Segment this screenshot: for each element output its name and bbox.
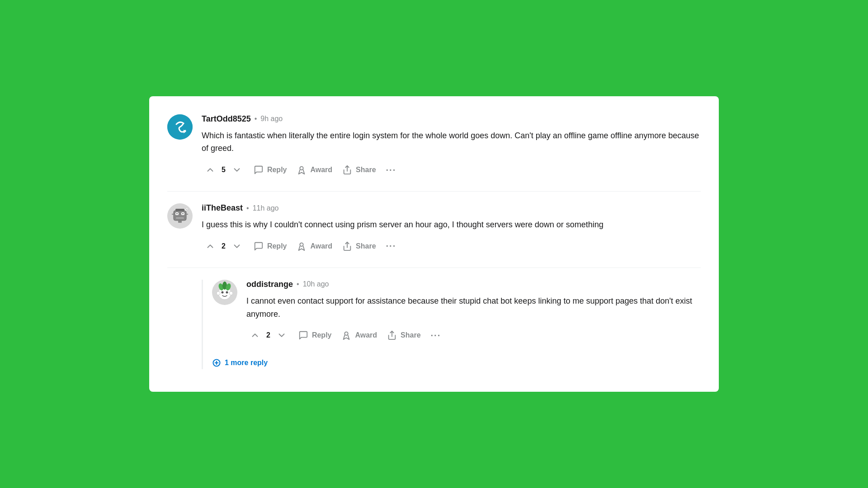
award-button[interactable]: Award [293,239,336,254]
comment-actions: 2 Reply [246,328,701,343]
vote-group: 2 [246,328,290,343]
award-button[interactable]: Award [293,162,336,178]
share-icon [342,165,352,175]
svg-point-22 [226,291,228,293]
comment-time: 10h ago [303,280,329,288]
downvote-icon [232,241,242,251]
vote-group: 5 [202,162,245,178]
svg-point-2 [300,167,303,170]
svg-point-21 [222,291,224,293]
comment-meta: TartOdd8525 • 9h ago [202,114,701,124]
svg-rect-5 [174,211,186,221]
reply-button[interactable]: Reply [295,328,335,343]
reply-icon [254,165,264,175]
share-button[interactable]: Share [383,328,424,343]
more-options-button[interactable]: ··· [382,163,400,177]
svg-point-26 [217,291,220,295]
comment-username: TartOdd8525 [202,114,251,124]
downvote-icon [232,165,242,175]
avatar [167,114,193,140]
share-icon [342,241,352,251]
comment-actions: 2 Reply [202,239,701,254]
comment-time: 9h ago [260,115,283,123]
svg-rect-9 [182,213,184,214]
reply-button[interactable]: Reply [250,239,291,254]
award-button[interactable]: Award [338,328,381,343]
comment-meta: oddistrange • 10h ago [246,280,701,289]
comment-username: iiTheBeast [202,203,243,213]
comment-item: iiTheBeast • 11h ago I guess this is why… [167,203,701,254]
more-replies-button[interactable]: 1 more reply [212,357,268,369]
upvote-icon [205,165,215,175]
award-icon [297,241,307,251]
comment-item: oddistrange • 10h ago I cannot even cont… [212,280,701,343]
comment-text: I guess this is why I couldn't connect u… [202,218,701,231]
svg-rect-11 [178,221,182,223]
downvote-button[interactable] [273,328,290,343]
reply-icon [298,330,308,340]
downvote-button[interactable] [228,162,245,178]
avatar [212,280,237,305]
comment-time: 11h ago [253,204,279,212]
comments-card: TartOdd8525 • 9h ago Which is fantastic … [149,96,719,392]
more-options-button[interactable]: ··· [382,239,400,253]
comment-text: I cannot even contact support for assist… [246,295,701,321]
nested-comment-container: oddistrange • 10h ago I cannot even cont… [202,280,701,370]
share-button[interactable]: Share [339,162,379,178]
svg-point-28 [345,332,348,335]
reply-icon [254,241,264,251]
comment-meta: iiTheBeast • 11h ago [202,203,701,213]
upvote-icon [205,241,215,251]
share-icon [387,330,397,340]
reply-button[interactable]: Reply [250,162,291,178]
award-icon [341,330,351,340]
comment-actions: 5 Reply [202,162,701,178]
separator [167,267,701,268]
comment-item: TartOdd8525 • 9h ago Which is fantastic … [167,114,701,178]
avatar [167,203,193,229]
comment-body: TartOdd8525 • 9h ago Which is fantastic … [202,114,701,178]
award-icon [297,165,307,175]
upvote-icon [250,330,260,340]
upvote-button[interactable] [246,328,264,343]
vote-count: 5 [222,166,226,174]
vote-count: 2 [266,331,270,339]
comment-username: oddistrange [246,280,293,289]
separator [167,191,701,192]
svg-rect-8 [176,213,178,214]
upvote-button[interactable] [202,239,219,254]
vote-group: 2 [202,239,245,254]
plus-circle-icon [212,358,221,367]
comment-body: iiTheBeast • 11h ago I guess this is why… [202,203,701,254]
share-button[interactable]: Share [339,239,379,254]
svg-point-17 [300,243,303,246]
downvote-button[interactable] [228,239,245,254]
comment-body: oddistrange • 10h ago I cannot even cont… [246,280,701,343]
svg-rect-14 [175,209,184,211]
vote-count: 2 [222,242,226,250]
svg-point-27 [229,291,233,295]
downvote-icon [277,330,287,340]
svg-rect-10 [176,217,184,219]
upvote-button[interactable] [202,162,219,178]
more-options-button[interactable]: ··· [427,328,445,343]
comment-text: Which is fantastic when literally the en… [202,129,701,155]
